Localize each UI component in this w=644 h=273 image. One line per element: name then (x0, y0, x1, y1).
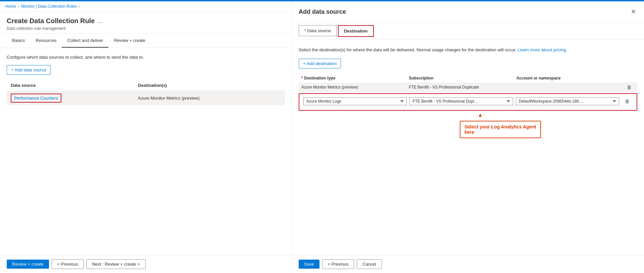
dest-type-select-2[interactable]: Azure Monitor Logs Azure Monitor Metrics… (303, 97, 407, 105)
panel-header: Add data source ✕ (292, 1, 644, 22)
data-source-table: Data source Destination(s) Performance C… (7, 80, 285, 105)
left-bottom-bar: Review + create < Previous Next : Review… (0, 255, 292, 273)
dest-type-value-1: Azure Monitor Metrics (preview) (301, 85, 406, 90)
dest-workspace-select-2[interactable]: DefaultWorkspace-209654eb-186.... (516, 97, 619, 105)
page-title: Create Data Collection Rule (7, 17, 95, 25)
panel-tabs: * Data source Destination (292, 22, 644, 40)
panel-bottom-bar: Save < Previous Cancel (292, 255, 644, 273)
panel-tab-data-source[interactable]: * Data source (299, 25, 337, 36)
add-destination-button[interactable]: + Add destination (299, 59, 341, 68)
annotation-container: ▲ Select your Log Analytics Agenthere (419, 112, 637, 138)
destination-description: Select the destination(s) for where the … (299, 47, 637, 53)
previous-button-left[interactable]: < Previous (52, 259, 84, 269)
previous-button-right[interactable]: < Previous (322, 259, 354, 269)
right-panel: Add data source ✕ * Data source Destinat… (292, 1, 644, 273)
tabs-bar: Basics Resources Collect and deliver Rev… (0, 34, 292, 48)
close-button[interactable]: ✕ (630, 7, 637, 17)
performance-counters-link[interactable]: Performance Counters (14, 96, 58, 101)
more-options-icon[interactable]: ... (97, 17, 102, 24)
table-cell-destinations: Azure Monitor Metrics (preview) (134, 91, 285, 106)
add-data-source-button[interactable]: + Add data source (7, 65, 51, 75)
col-data-source: Data source (7, 80, 134, 91)
breadcrumb-home[interactable]: Home (5, 4, 16, 9)
next-button[interactable]: Next : Review + create > (86, 259, 145, 269)
dest-subscription-value-1: FTE Benifit - VS Professional Duplicate (409, 85, 513, 90)
table-row: Performance Counters Azure Monitor Metri… (7, 91, 285, 106)
left-panel: Home › Monitor | Data Collection Rules ›… (0, 1, 292, 273)
destination-row-2-wrapper: Azure Monitor Logs Azure Monitor Metrics… (299, 93, 637, 111)
page-subtitle: Data collection rule management (7, 26, 285, 31)
dest-col-account: Account or namespace (516, 76, 621, 80)
breadcrumb-chevron-2: › (79, 5, 80, 8)
panel-tab-destination[interactable]: Destination (338, 25, 374, 37)
review-create-button[interactable]: Review + create (7, 260, 49, 269)
destination-row-2: Azure Monitor Logs Azure Monitor Metrics… (301, 95, 635, 107)
table-cell-data-source: Performance Counters (7, 91, 134, 106)
breadcrumb-chevron-1: › (18, 5, 19, 8)
tab-collect-deliver[interactable]: Collect and deliver (62, 34, 108, 48)
tab-resources[interactable]: Resources (30, 34, 62, 48)
content-description: Configure which data sources to collect,… (7, 55, 285, 60)
content-area: Configure which data sources to collect,… (0, 48, 292, 255)
panel-tab-data-source-wrapper: * Data source (299, 22, 337, 40)
trash-icon-2[interactable]: 🗑 (622, 99, 633, 104)
save-button[interactable]: Save (299, 260, 319, 269)
cancel-button[interactable]: Cancel (357, 259, 382, 269)
panel-content: Select the destination(s) for where the … (292, 40, 644, 255)
dest-col-type: Destination type (301, 76, 406, 80)
breadcrumb-monitor[interactable]: Monitor | Data Collection Rules (21, 4, 77, 9)
destination-table-header: Destination type Subscription Account or… (299, 74, 637, 83)
trash-icon-1[interactable]: 🗑 (624, 85, 635, 90)
destination-row-1: Azure Monitor Metrics (preview) FTE Beni… (299, 83, 637, 92)
dest-col-subscription: Subscription (409, 76, 513, 80)
learn-more-link[interactable]: Learn more about pricing. (518, 47, 567, 52)
panel-tab-destination-wrapper: Destination (338, 22, 374, 40)
tab-review-create[interactable]: Review + create (108, 34, 151, 48)
tab-basics[interactable]: Basics (7, 34, 30, 48)
page-header: Create Data Collection Rule ... Data col… (0, 12, 292, 34)
col-destinations: Destination(s) (134, 80, 285, 91)
panel-title: Add data source (299, 8, 346, 15)
breadcrumb: Home › Monitor | Data Collection Rules › (0, 1, 292, 12)
annotation-box: Select your Log Analytics Agenthere (460, 121, 541, 138)
dest-subscription-select-2[interactable]: FTE Benifit - VS Professional Dupl... (409, 97, 513, 105)
